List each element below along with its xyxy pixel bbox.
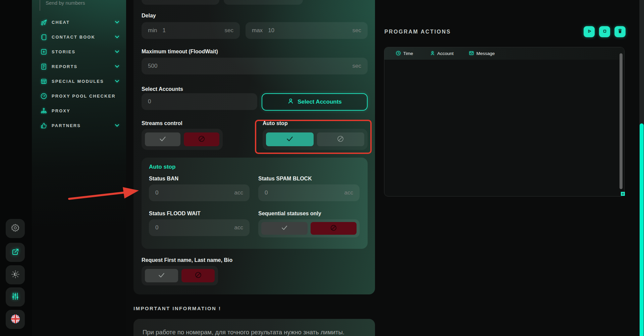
column-time-label: Time — [403, 51, 413, 56]
acc-unit: acc — [234, 189, 243, 196]
prohibition-icon — [198, 135, 206, 144]
timeout-label: Maximum timeout (FloodWait) — [142, 49, 368, 55]
icon-rail — [0, 0, 32, 336]
select-accounts-button-label: Select Accounts — [298, 99, 342, 105]
sec-unit: sec — [353, 63, 361, 69]
sidebar-item-proxy-pool-checker[interactable]: PROXY POOL CHECKER — [32, 89, 126, 103]
cut-off-inputs-row — [142, 0, 368, 5]
sequential-statuses-toggle — [258, 219, 360, 237]
request-names-yes-button[interactable] — [145, 269, 178, 282]
language-flag-uk-icon — [11, 314, 20, 325]
auto-stop-settings-panel: Auto stop Status BAN Status SPAM BLOCK 0… — [142, 158, 368, 249]
important-information-panel: При работе по номерам, для точного резул… — [133, 319, 375, 336]
clear-button[interactable] — [614, 26, 626, 37]
prohibition-icon — [330, 224, 337, 233]
min-prefix: min — [148, 27, 157, 34]
column-time: Time — [396, 51, 413, 57]
table-scrollbar[interactable] — [620, 53, 623, 189]
network-icon — [40, 107, 47, 114]
prohibition-icon — [194, 271, 202, 280]
select-accounts-button[interactable]: Select Accounts — [262, 93, 368, 111]
preferences-sliders-button[interactable] — [6, 287, 25, 306]
streams-control-label: Streams control — [142, 120, 223, 126]
streams-control-yes-button[interactable] — [145, 132, 180, 146]
acc-unit: acc — [344, 189, 353, 196]
program-actions-buttons — [584, 26, 626, 37]
delay-inputs-row: min 1 sec max 10 sec — [142, 22, 368, 39]
sidebar-item-partners[interactable]: PARTNERS — [32, 118, 126, 133]
sidebar-item-send-by-numbers[interactable]: Send by numbers — [40, 0, 85, 11]
sequential-yes-button[interactable] — [261, 222, 308, 235]
status-flood-value: 0 — [155, 224, 158, 231]
send-by-numbers-form-panel: Delay min 1 sec max 10 sec Maximum timeo… — [133, 0, 375, 294]
chevron-down-icon — [115, 80, 119, 82]
auto-stop-toggle — [263, 129, 368, 150]
external-link-icon — [11, 248, 19, 257]
page-scrollbar-track[interactable] — [639, 0, 644, 336]
sidebar-item-label: PROXY — [52, 108, 119, 113]
status-flood-wait-input[interactable]: 0 acc — [149, 219, 250, 236]
play-icon — [586, 28, 593, 36]
status-spam-value: 0 — [265, 189, 268, 196]
send-icon — [40, 19, 47, 26]
max-value: 10 — [268, 27, 274, 34]
important-information-text: При работе по номерам, для точного резул… — [143, 329, 366, 336]
status-ban-value: 0 — [155, 189, 158, 196]
sidebar-item-cheat[interactable]: CHEAT — [32, 15, 126, 30]
delay-label: Delay — [142, 13, 368, 19]
chevron-down-icon — [115, 21, 119, 23]
status-ban-input[interactable]: 0 acc — [149, 184, 250, 201]
sidebar: Send by numbers CHEAT — [32, 0, 126, 336]
sidebar-item-label: PARTNERS — [52, 123, 110, 128]
request-names-label: Request First name, Last name, Bio — [142, 257, 368, 263]
sidebar-item-special-modules[interactable]: SPECIAL MODULES — [32, 74, 126, 89]
chevron-down-icon — [115, 36, 119, 38]
auto-stop-no-button[interactable] — [317, 132, 365, 146]
toggles-row — [142, 129, 368, 150]
sidebar-item-label: REPORTS — [52, 64, 110, 69]
toggle-labels-row: Streams control Auto stop — [142, 120, 368, 126]
min-value: 1 — [162, 27, 165, 34]
status-spam-block-label: Status SPAM BLOCK — [258, 176, 360, 182]
status-spam-block-input[interactable]: 0 acc — [258, 184, 360, 201]
language-button[interactable] — [6, 310, 25, 329]
auto-stop-panel-title: Auto stop — [149, 164, 360, 170]
acc-unit: acc — [234, 224, 243, 231]
sidebar-item-label: STORIES — [52, 49, 110, 54]
sequential-statuses-label: Sequential statuses only — [258, 211, 360, 217]
table-resize-handle[interactable] — [621, 192, 625, 196]
streams-control-no-button[interactable] — [184, 132, 219, 146]
theme-brightness-button[interactable] — [6, 265, 25, 284]
sidebar-item-proxy[interactable]: PROXY — [32, 103, 126, 118]
user-icon — [430, 51, 435, 57]
stop-button[interactable] — [599, 26, 610, 37]
sec-unit: sec — [353, 27, 361, 34]
page-scrollbar-thumb[interactable] — [640, 123, 644, 336]
accounts-count-input[interactable]: 0 — [142, 93, 257, 110]
trash-icon — [617, 28, 623, 36]
play-button[interactable] — [584, 26, 595, 37]
status-ban-label: Status BAN — [149, 176, 250, 182]
sidebar-item-stories[interactable]: STORIES — [32, 44, 126, 59]
delay-max-input[interactable]: max 10 sec — [246, 22, 368, 39]
request-names-no-button[interactable] — [181, 269, 215, 282]
text-input[interactable] — [224, 0, 303, 5]
submenu-label: Send by numbers — [46, 0, 85, 6]
thumbs-up-icon — [40, 122, 47, 129]
text-input[interactable] — [142, 0, 219, 5]
sidebar-item-label: PROXY POOL CHECKER — [52, 94, 119, 99]
chevron-down-icon — [115, 50, 119, 53]
chevron-down-icon — [115, 65, 119, 68]
sequential-no-button[interactable] — [311, 222, 357, 235]
delay-min-input[interactable]: min 1 sec — [142, 22, 240, 39]
mail-icon — [469, 51, 474, 57]
sidebar-item-reports[interactable]: REPORTS — [32, 59, 126, 74]
plus-square-icon — [40, 48, 47, 55]
contact-book-icon — [40, 34, 47, 41]
auto-stop-yes-button[interactable] — [266, 132, 314, 146]
status-flood-wait-label: Status FLOOD WAIT — [149, 211, 250, 217]
sidebar-item-contact-book[interactable]: CONTACT BOOK — [32, 30, 126, 44]
external-link-button[interactable] — [6, 243, 25, 262]
timeout-input[interactable]: 500 sec — [142, 58, 368, 74]
settings-button[interactable] — [6, 219, 25, 238]
